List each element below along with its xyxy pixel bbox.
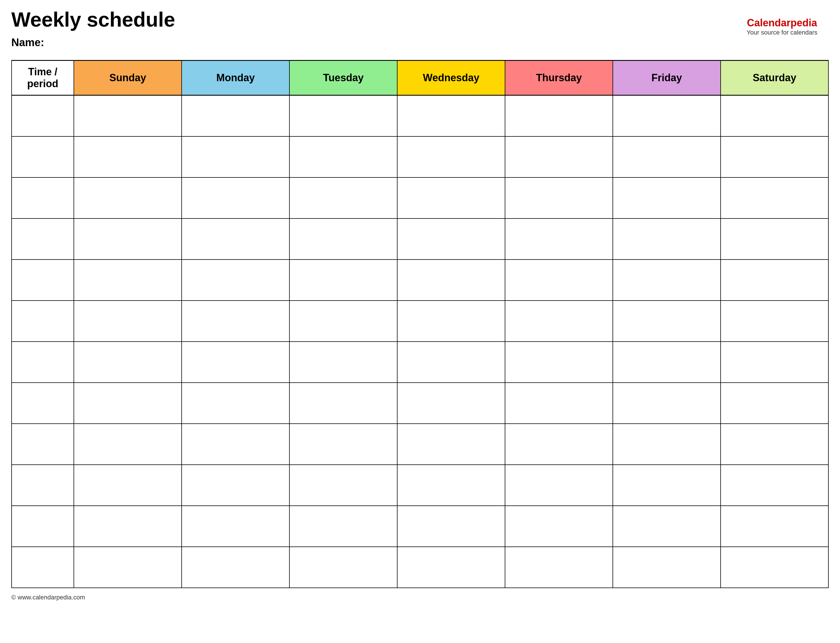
schedule-cell[interactable] [74, 506, 182, 547]
table-row [11, 424, 829, 465]
schedule-cell[interactable] [182, 383, 290, 424]
schedule-cell[interactable] [505, 259, 613, 300]
schedule-cell[interactable] [721, 506, 829, 547]
schedule-cell[interactable] [613, 341, 721, 383]
schedule-cell[interactable] [613, 506, 721, 547]
schedule-cell[interactable] [290, 465, 397, 506]
schedule-cell[interactable] [613, 95, 721, 136]
schedule-cell[interactable] [182, 547, 290, 588]
schedule-cell[interactable] [397, 506, 505, 547]
schedule-cell[interactable] [182, 465, 290, 506]
schedule-cell[interactable] [721, 178, 829, 219]
schedule-cell[interactable] [505, 300, 613, 341]
schedule-cell[interactable] [182, 259, 290, 300]
schedule-cell[interactable] [721, 219, 829, 259]
schedule-cell[interactable] [397, 383, 505, 424]
schedule-cell[interactable] [397, 136, 505, 178]
time-cell[interactable] [11, 136, 74, 178]
schedule-cell[interactable] [182, 506, 290, 547]
time-cell[interactable] [11, 259, 74, 300]
time-cell[interactable] [11, 465, 74, 506]
schedule-cell[interactable] [505, 341, 613, 383]
time-cell[interactable] [11, 341, 74, 383]
time-cell[interactable] [11, 424, 74, 465]
schedule-cell[interactable] [74, 383, 182, 424]
schedule-cell[interactable] [74, 95, 182, 136]
schedule-cell[interactable] [397, 424, 505, 465]
schedule-cell[interactable] [182, 300, 290, 341]
schedule-cell[interactable] [74, 424, 182, 465]
schedule-cell[interactable] [74, 465, 182, 506]
time-cell[interactable] [11, 219, 74, 259]
schedule-cell[interactable] [397, 300, 505, 341]
schedule-cell[interactable] [505, 136, 613, 178]
schedule-cell[interactable] [721, 136, 829, 178]
schedule-cell[interactable] [397, 259, 505, 300]
schedule-cell[interactable] [397, 95, 505, 136]
schedule-cell[interactable] [74, 300, 182, 341]
schedule-cell[interactable] [505, 219, 613, 259]
schedule-cell[interactable] [290, 506, 397, 547]
time-cell[interactable] [11, 383, 74, 424]
schedule-cell[interactable] [182, 424, 290, 465]
schedule-cell[interactable] [290, 341, 397, 383]
schedule-cell[interactable] [397, 178, 505, 219]
schedule-cell[interactable] [74, 341, 182, 383]
schedule-cell[interactable] [397, 547, 505, 588]
schedule-cell[interactable] [290, 547, 397, 588]
schedule-cell[interactable] [505, 465, 613, 506]
schedule-cell[interactable] [290, 136, 397, 178]
schedule-cell[interactable] [290, 300, 397, 341]
schedule-cell[interactable] [290, 219, 397, 259]
time-cell[interactable] [11, 506, 74, 547]
schedule-cell[interactable] [613, 547, 721, 588]
schedule-cell[interactable] [74, 178, 182, 219]
schedule-cell[interactable] [613, 465, 721, 506]
schedule-cell[interactable] [721, 300, 829, 341]
schedule-cell[interactable] [613, 178, 721, 219]
schedule-cell[interactable] [505, 547, 613, 588]
schedule-cell[interactable] [721, 383, 829, 424]
schedule-cell[interactable] [290, 95, 397, 136]
schedule-cell[interactable] [397, 465, 505, 506]
schedule-cell[interactable] [721, 95, 829, 136]
schedule-cell[interactable] [505, 506, 613, 547]
schedule-cell[interactable] [182, 178, 290, 219]
schedule-cell[interactable] [505, 178, 613, 219]
schedule-cell[interactable] [505, 424, 613, 465]
schedule-cell[interactable] [182, 341, 290, 383]
schedule-cell[interactable] [397, 341, 505, 383]
time-cell[interactable] [11, 95, 74, 136]
schedule-cell[interactable] [74, 259, 182, 300]
schedule-cell[interactable] [613, 136, 721, 178]
schedule-cell[interactable] [290, 424, 397, 465]
time-cell[interactable] [11, 300, 74, 341]
schedule-cell[interactable] [721, 465, 829, 506]
time-cell[interactable] [11, 547, 74, 588]
branding-tagline: Your source for calendars [747, 29, 817, 36]
schedule-cell[interactable] [613, 259, 721, 300]
schedule-cell[interactable] [721, 424, 829, 465]
table-row [11, 341, 829, 383]
schedule-cell[interactable] [182, 219, 290, 259]
schedule-cell[interactable] [74, 547, 182, 588]
schedule-cell[interactable] [505, 383, 613, 424]
schedule-cell[interactable] [290, 383, 397, 424]
page-title: Weekly schedule [11, 8, 829, 31]
schedule-cell[interactable] [505, 95, 613, 136]
schedule-cell[interactable] [74, 219, 182, 259]
schedule-cell[interactable] [721, 547, 829, 588]
time-cell[interactable] [11, 178, 74, 219]
schedule-cell[interactable] [290, 259, 397, 300]
schedule-cell[interactable] [613, 424, 721, 465]
schedule-cell[interactable] [182, 136, 290, 178]
schedule-cell[interactable] [613, 383, 721, 424]
schedule-cell[interactable] [613, 300, 721, 341]
schedule-cell[interactable] [182, 95, 290, 136]
schedule-cell[interactable] [397, 219, 505, 259]
schedule-cell[interactable] [721, 341, 829, 383]
schedule-cell[interactable] [290, 178, 397, 219]
schedule-cell[interactable] [74, 136, 182, 178]
schedule-cell[interactable] [613, 219, 721, 259]
schedule-cell[interactable] [721, 259, 829, 300]
